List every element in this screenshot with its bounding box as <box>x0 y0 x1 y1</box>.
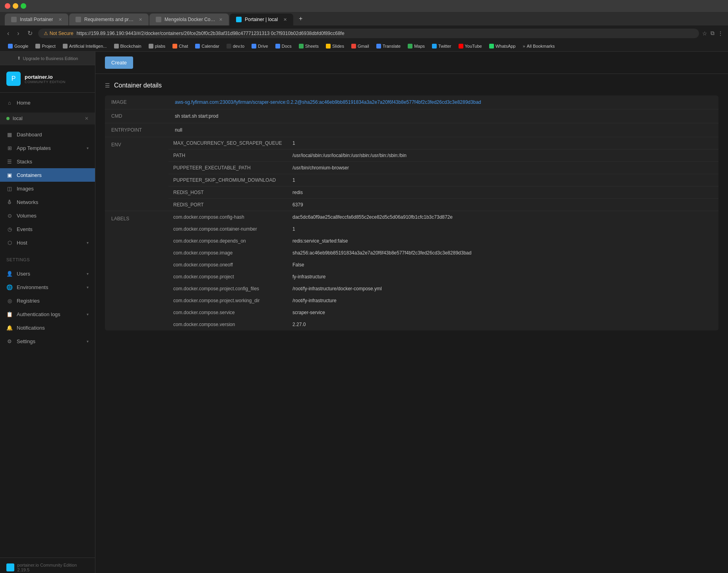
bookmark-google[interactable]: Google <box>5 43 31 50</box>
sidebar-item-notifications[interactable]: 🔔 Notifications <box>0 321 95 334</box>
bookmark-docs[interactable]: Docs <box>272 43 295 50</box>
env-val: /usr/local/sbin:/usr/local/bin:/usr/sbin… <box>288 150 718 162</box>
bookmark-favicon-devto <box>227 44 231 49</box>
menu-icon[interactable]: ⋮ <box>718 30 723 37</box>
settings-chevron: ▾ <box>87 339 89 344</box>
label-row: com.docker.compose.version2.27.0 <box>168 319 718 330</box>
sidebar-item-volumes[interactable]: ⊙ Volumes <box>0 209 95 222</box>
sidebar-item-settings[interactable]: ⚙ Settings ▾ <box>0 334 95 348</box>
sidebar-item-images[interactable]: ◫ Images <box>0 182 95 195</box>
notifications-label: Notifications <box>17 325 45 331</box>
label-row: com.docker.compose.projectfy-infrastruct… <box>168 271 718 283</box>
maximize-window-button[interactable] <box>21 3 26 9</box>
label-row: com.docker.compose.project.config_files/… <box>168 283 718 295</box>
forward-button[interactable]: › <box>15 28 21 39</box>
sidebar-item-environments[interactable]: 🌐 Environments ▾ <box>0 280 95 294</box>
tab-close-2[interactable]: ✕ <box>139 17 142 22</box>
portainer-logo-icon: P <box>6 72 21 86</box>
bookmark-slides[interactable]: Slides <box>323 43 347 50</box>
env-val: 6379 <box>288 199 718 211</box>
new-tab-button[interactable]: + <box>294 12 307 25</box>
close-window-button[interactable] <box>5 3 10 9</box>
bookmark-gmail[interactable]: Gmail <box>348 43 372 50</box>
bookmark-youtube[interactable]: YouTube <box>455 43 485 50</box>
sidebar-nav-settings: 👤 Users ▾ 🌐 Environments ▾ ◎ Registries … <box>0 264 95 351</box>
create-button[interactable]: Create <box>105 56 133 69</box>
bookmark-blockchain[interactable]: Blockchain <box>111 43 145 50</box>
label-key: com.docker.compose.project.working_dir <box>168 295 288 307</box>
env-val: 1 <box>288 174 718 186</box>
tab-favicon-4 <box>236 17 242 22</box>
bookmark-whatsapp[interactable]: WhatsApp <box>486 43 519 50</box>
reload-button[interactable]: ↻ <box>25 28 35 39</box>
sidebar-item-host[interactable]: ⬡ Host ▾ <box>0 236 95 249</box>
images-icon: ◫ <box>6 185 13 192</box>
table-row-labels: LABELS com.docker.compose.config-hashdac… <box>105 211 718 331</box>
browser-tab-1[interactable]: Install Portainer ✕ <box>5 14 68 25</box>
sidebar-item-stacks[interactable]: ☰ Stacks <box>0 155 95 168</box>
settings-section-label: Settings <box>0 253 95 264</box>
tab-close-3[interactable]: ✕ <box>219 17 223 22</box>
bookmark-twitter[interactable]: Twitter <box>429 43 454 50</box>
tab-close-1[interactable]: ✕ <box>58 17 62 22</box>
bookmark-project[interactable]: Project <box>32 43 58 50</box>
not-secure-indicator: ⚠ Not Secure <box>44 31 74 36</box>
tab-label-4: Portainer | local <box>245 17 278 22</box>
sidebar-item-users[interactable]: 👤 Users ▾ <box>0 267 95 280</box>
label-key: com.docker.compose.project <box>168 271 288 283</box>
tab-close-4[interactable]: ✕ <box>283 17 287 22</box>
tab-label-3: Mengelola Docker Container... <box>165 17 216 22</box>
settings-label: Settings <box>17 338 35 344</box>
minimize-window-button[interactable] <box>13 3 18 9</box>
browser-toolbar: ‹ › ↻ ⚠ Not Secure https://159.89.196.19… <box>0 25 728 41</box>
address-bar[interactable]: ⚠ Not Secure https://159.89.196.190:9443… <box>38 29 699 38</box>
bookmark-plabs[interactable]: plabs <box>145 43 168 50</box>
bookmark-calendar[interactable]: Calendar <box>192 43 223 50</box>
bookmark-favicon-sheets <box>299 44 304 49</box>
sidebar-item-app-templates[interactable]: ⊞ App Templates ▾ <box>0 141 95 155</box>
home-label: Home <box>17 100 31 106</box>
label-val: 1 <box>288 223 718 235</box>
auth-logs-label: Authentication logs <box>17 311 60 317</box>
sidebar-item-containers[interactable]: ▣ Containers <box>0 168 95 182</box>
footer-text: portainer.io Community Edition 2.19.5 <box>17 563 89 572</box>
sidebar-item-registries[interactable]: ◎ Registries <box>0 294 95 307</box>
bookmark-drive[interactable]: Drive <box>248 43 271 50</box>
sidebar-item-auth-logs[interactable]: 📋 Authentication logs ▾ <box>0 307 95 321</box>
extensions-icon[interactable]: ⧉ <box>711 30 714 37</box>
bookmark-ai[interactable]: Artificial Intelligen... <box>60 43 110 50</box>
label-key: com.docker.compose.project.config_files <box>168 283 288 295</box>
browser-tab-4[interactable]: Portainer | local ✕ <box>230 14 293 25</box>
environment-header: local ✕ <box>0 113 95 124</box>
bookmark-favicon-docs <box>275 44 280 49</box>
bookmark-maps[interactable]: Maps <box>405 43 428 50</box>
details-outer-table: IMAGE aws-sg.fyfirman.com:23003/fyfirman… <box>105 95 718 330</box>
bookmark-icon[interactable]: ☆ <box>702 30 707 37</box>
dashboard-icon: ▦ <box>6 131 13 138</box>
browser-tab-3[interactable]: Mengelola Docker Container... ✕ <box>149 14 229 25</box>
label-key: com.docker.compose.service <box>168 307 288 319</box>
env-sub-table: MAX_CONCURRENCY_SEO_SCRAPER_QUEUE1PATH/u… <box>168 137 718 211</box>
app-container: ⬆ Upgrade to Business Edition P portaine… <box>0 52 728 573</box>
env-label: ENV <box>105 137 168 211</box>
label-val: scraper-service <box>288 307 718 319</box>
bookmark-all[interactable]: » All Bookmarks <box>519 43 558 50</box>
bookmark-chat[interactable]: Chat <box>169 43 191 50</box>
environment-close-button[interactable]: ✕ <box>85 116 89 121</box>
sidebar-item-events[interactable]: ◷ Events <box>0 222 95 236</box>
browser-tab-2[interactable]: Requirements and prerequisi... ✕ <box>69 14 149 25</box>
label-val: sha256:ac46eb9bb85191834a3a2e7a20f6f43b8… <box>288 247 718 259</box>
image-link[interactable]: aws-sg.fyfirman.com:23003/fyfirman/scrap… <box>175 99 481 105</box>
sidebar-item-networks[interactable]: ⛢ Networks <box>0 195 95 209</box>
sidebar-item-home[interactable]: ⌂ Home <box>0 96 95 109</box>
back-button[interactable]: ‹ <box>5 28 12 39</box>
upgrade-banner[interactable]: ⬆ Upgrade to Business Edition <box>0 52 95 65</box>
environment-name: local <box>13 116 23 121</box>
label-row: com.docker.compose.servicescraper-servic… <box>168 307 718 319</box>
bookmark-devto[interactable]: dev.to <box>223 43 248 50</box>
sidebar-item-dashboard[interactable]: ▦ Dashboard <box>0 128 95 141</box>
main-content: Create ☰ Container details IMAGE aws-sg.… <box>95 52 728 573</box>
bookmark-translate[interactable]: Translate <box>373 43 404 50</box>
bookmark-sheets[interactable]: Sheets <box>296 43 322 50</box>
content-header: Create <box>95 52 728 74</box>
